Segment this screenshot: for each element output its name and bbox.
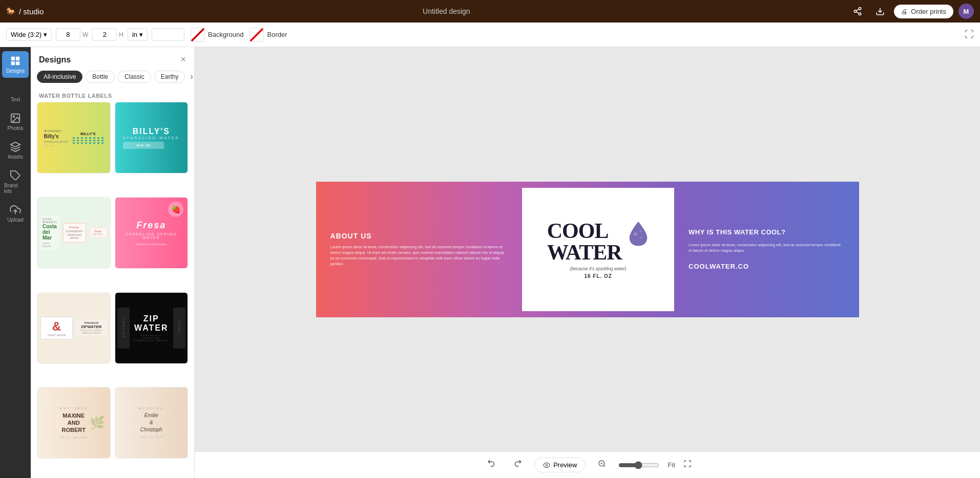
panel-close-button[interactable]: ×: [180, 54, 186, 65]
svg-rect-7: [11, 61, 15, 65]
filter-tab-all-inclusive[interactable]: All-inclusive: [37, 71, 82, 83]
icon-sidebar: Designs Text Photos Assets Brand kits Up…: [0, 47, 31, 478]
height-label: H: [119, 31, 123, 38]
sidebar-item-assets-label: Assets: [8, 154, 23, 160]
sidebar-item-text[interactable]: Text: [2, 80, 29, 106]
top-bar-left: 🐎 / studio: [6, 7, 44, 16]
canvas-inner: ABOUT US Lorem ipsum dolor sit amet, con…: [316, 182, 859, 317]
why-title: WHY IS THIS WATER COOL?: [689, 228, 844, 237]
document-title[interactable]: Untitled design: [423, 7, 470, 15]
border-label: Border: [267, 31, 287, 38]
svg-line-4: [857, 9, 859, 11]
design-grid: ♻ ORGANIC Billy's SPARKLING WATER 16 FL.…: [31, 102, 194, 478]
sidebar-item-photos[interactable]: Photos: [2, 108, 29, 135]
design-card-5[interactable]: & CRAFT WATER PREMIUM ZIPWATER PERFECTLY…: [37, 292, 111, 364]
filter-tab-classic[interactable]: Classic: [118, 71, 151, 83]
photos-icon: [10, 113, 21, 124]
toolbar: Wide (3:2) ▾ W H in ▾ Background Border …: [0, 23, 980, 47]
text-icon: [10, 84, 21, 95]
design-card-8[interactable]: Wedding Emilie&Christoph JUNE 15, 2024: [115, 387, 189, 459]
sidebar-item-upload[interactable]: Upload: [2, 200, 29, 227]
svg-marker-11: [11, 142, 20, 147]
canvas-right-panel: WHY IS THIS WATER COOL? Lorem ipsum dolo…: [674, 182, 859, 317]
design-card-7[interactable]: est. 2024 MAXINEANDROBERT STILL WATER 🌿: [37, 387, 111, 459]
svg-point-1: [854, 10, 857, 13]
design-card-1[interactable]: ♻ ORGANIC Billy's SPARKLING WATER 16 FL.…: [37, 102, 111, 173]
svg-rect-5: [11, 57, 15, 60]
about-text: Lorem ipsum dolor sit amet, consectetur …: [330, 244, 508, 267]
brand-name: COOL WATER: [547, 220, 622, 263]
filter-tab-earthy[interactable]: Earthy: [154, 71, 185, 83]
design-card-6[interactable]: ZIPWATER ZIPWATER PERFECTLY PURIFIED SPA…: [115, 292, 189, 364]
design-card-4[interactable]: Fresa SPARKLING SPRING WATER fruta fresc…: [115, 197, 189, 269]
canvas-scroll[interactable]: ABOUT US Lorem ipsum dolor sit amet, con…: [195, 47, 980, 451]
height-input-group: H: [92, 28, 123, 41]
border-color-container: Border: [249, 28, 287, 42]
width-label: W: [82, 31, 88, 38]
designs-icon: [10, 55, 21, 67]
svg-line-19: [603, 465, 605, 467]
redo-button[interactable]: [509, 457, 526, 473]
design-card-3[interactable]: AGUA MINERAL Costadel Mar Family Mineral…: [37, 197, 111, 269]
size-label: Wide (3:2): [11, 31, 41, 38]
logo-icon: 🐎: [6, 7, 16, 16]
chevron-down-icon: ▾: [139, 31, 143, 38]
fullscreen-button[interactable]: [683, 460, 692, 470]
order-prints-button[interactable]: 🖨 Order prints: [894, 5, 953, 18]
filter-tab-bottle[interactable]: Bottle: [86, 71, 115, 83]
download-button[interactable]: [871, 4, 889, 19]
sidebar-item-brand-kits[interactable]: Brand kits: [2, 166, 29, 198]
preview-button[interactable]: Preview: [534, 458, 586, 472]
sidebar-item-designs-label: Designs: [6, 68, 25, 74]
sidebar-item-brand-kits-label: Brand kits: [4, 183, 27, 194]
zip-brand-text: ZIPWATER: [132, 314, 172, 333]
logo-text: / studio: [19, 7, 44, 16]
bottom-bar: Preview Fit: [195, 451, 980, 478]
background-color-swatch[interactable]: [191, 28, 205, 42]
filter-tab-next-arrow[interactable]: ›: [188, 70, 194, 83]
svg-rect-8: [16, 61, 19, 65]
sidebar-item-photos-label: Photos: [7, 125, 23, 131]
why-text: Lorem ipsum dolor sit amet, consectetur …: [689, 242, 844, 254]
svg-point-16: [640, 236, 643, 239]
about-title: ABOUT US: [330, 232, 508, 240]
brand-kits-icon: [10, 170, 21, 181]
upload-icon: [10, 204, 21, 215]
preview-label: Preview: [553, 461, 577, 469]
zoom-out-button[interactable]: [594, 458, 610, 472]
background-label: Background: [208, 31, 243, 38]
canvas-left-panel: ABOUT US Lorem ipsum dolor sit amet, con…: [316, 182, 523, 317]
size-selector[interactable]: Wide (3:2) ▾: [6, 28, 52, 41]
section-label: WATER BOTTLE LABELS: [31, 89, 194, 102]
sidebar-item-assets[interactable]: Assets: [2, 137, 29, 164]
width-input-group: W: [56, 28, 88, 41]
color-hex-input[interactable]: [152, 28, 184, 41]
brand-tagline: (because it's sparkling water): [570, 266, 627, 271]
assets-icon: [10, 141, 21, 153]
water-drop-icon: [627, 220, 650, 249]
svg-point-14: [633, 232, 637, 235]
svg-point-17: [546, 464, 548, 466]
zoom-slider[interactable]: [618, 461, 659, 469]
design-canvas[interactable]: ABOUT US Lorem ipsum dolor sit amet, con…: [316, 182, 859, 317]
avatar-button[interactable]: M: [958, 4, 974, 19]
share-button[interactable]: [849, 4, 866, 19]
sidebar-item-upload-label: Upload: [7, 217, 24, 223]
sidebar-item-designs[interactable]: Designs: [2, 51, 29, 78]
height-input[interactable]: [92, 28, 117, 41]
width-input[interactable]: [56, 28, 80, 41]
printer-icon: 🖨: [901, 8, 908, 15]
svg-point-2: [859, 13, 862, 15]
undo-button[interactable]: [483, 457, 501, 473]
svg-point-15: [639, 230, 641, 232]
background-color-container: Background: [191, 28, 243, 42]
logo: 🐎 / studio: [6, 7, 44, 16]
canvas-center-panel: COOL WATER: [522, 188, 674, 311]
unit-selector[interactable]: in ▾: [128, 28, 148, 41]
expand-button[interactable]: ⛶: [965, 29, 974, 40]
design-card-2[interactable]: BILLY'S SPARKLING WATER 16 FL. OZ: [115, 102, 189, 173]
top-bar-right: 🖨 Order prints M: [849, 4, 974, 19]
border-color-swatch[interactable]: [249, 28, 264, 42]
designs-panel: Designs × All-inclusive Bottle Classic E…: [31, 47, 195, 478]
brand-top-row: COOL WATER: [547, 220, 650, 263]
